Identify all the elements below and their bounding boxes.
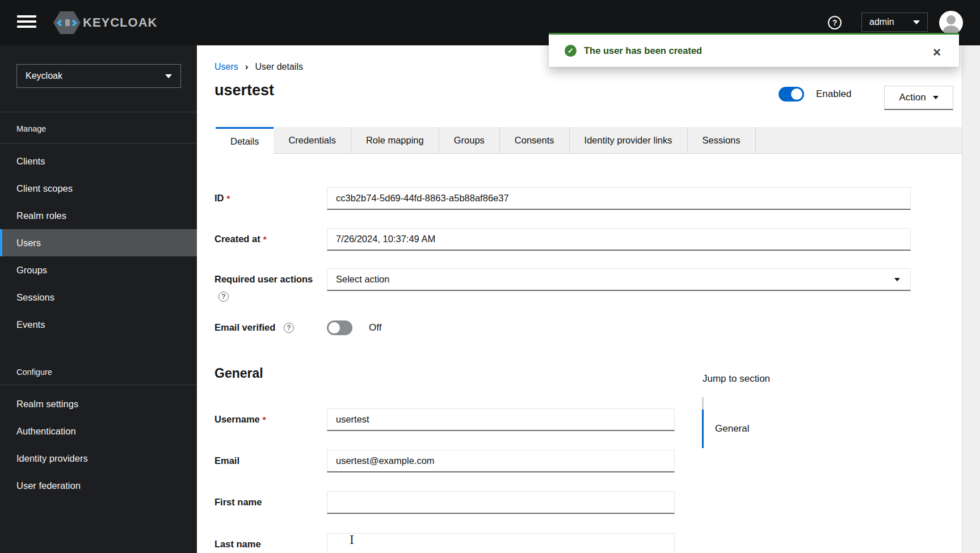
text-cursor-icon: I — [350, 533, 354, 547]
jump-nav-track — [702, 397, 704, 448]
jump-link-general[interactable]: General — [715, 423, 749, 434]
nav-manage-list: Clients Client scopes Realm roles Users … — [0, 147, 197, 338]
close-glyph: ✕ — [932, 46, 941, 59]
keycloak-logo[interactable]: KEYCLOAK — [53, 11, 157, 34]
realm-name: Keycloak — [26, 71, 62, 81]
tab-role-mapping[interactable]: Role mapping — [351, 127, 439, 154]
breadcrumb-users-link[interactable]: Users — [214, 62, 238, 72]
page-title: usertest — [214, 82, 274, 99]
required-user-actions-select[interactable]: Select action — [327, 268, 911, 291]
created-at-field[interactable] — [327, 228, 911, 251]
enabled-toggle[interactable] — [779, 87, 804, 102]
check-glyph: ✓ — [567, 47, 574, 55]
realm-selector[interactable]: Keycloak — [16, 64, 181, 88]
id-label: ID* — [214, 193, 230, 204]
divider — [0, 112, 197, 112]
required-user-actions-label: Required user actions — [214, 274, 313, 285]
sidebar: Keycloak Manage Clients Client scopes Re… — [0, 45, 197, 553]
jump-to-section-heading: Jump to section — [703, 373, 770, 385]
toggle-knob — [791, 88, 802, 100]
toggle-knob — [329, 322, 340, 334]
close-icon[interactable]: ✕ — [931, 46, 943, 58]
nav-configure-list: Realm settings Authentication Identity p… — [0, 390, 197, 499]
tab-sessions[interactable]: Sessions — [688, 127, 756, 154]
email-verified-toggle[interactable] — [327, 320, 352, 335]
chevron-down-icon — [165, 74, 172, 78]
email-verified-state: Off — [369, 322, 381, 334]
action-dropdown-button[interactable]: Action — [884, 86, 953, 110]
help-icon[interactable]: ? — [828, 16, 842, 29]
breadcrumb-current: User details — [255, 62, 302, 72]
action-label: Action — [899, 92, 926, 103]
chevron-down-icon — [894, 278, 900, 281]
username-label: Username* — [214, 414, 266, 425]
sidebar-item-users[interactable]: Users — [0, 229, 197, 256]
tab-groups[interactable]: Groups — [439, 127, 500, 154]
question-glyph: ? — [832, 18, 838, 27]
general-section-heading: General — [214, 366, 263, 381]
last-name-label: Last name — [214, 539, 261, 550]
sidebar-item-user-federation[interactable]: User federation — [0, 472, 197, 499]
tab-bar: Details Credentials Role mapping Groups … — [216, 127, 962, 154]
required-marker: * — [263, 415, 266, 424]
sidebar-item-events[interactable]: Events — [0, 311, 197, 338]
first-name-field[interactable] — [327, 491, 675, 514]
success-icon: ✓ — [565, 45, 577, 57]
sidebar-item-realm-settings[interactable]: Realm settings — [0, 390, 197, 417]
page-scroll-strip[interactable] — [962, 45, 980, 553]
sidebar-item-sessions[interactable]: Sessions — [0, 284, 197, 311]
tab-consents[interactable]: Consents — [500, 127, 570, 154]
last-name-field[interactable] — [327, 533, 675, 553]
sidebar-item-client-scopes[interactable]: Client scopes — [0, 175, 197, 202]
toast-message: The user has been created — [584, 45, 702, 56]
sidebar-item-clients[interactable]: Clients — [0, 147, 197, 175]
sidebar-item-identity-providers[interactable]: Identity providers — [0, 445, 197, 472]
email-field[interactable] — [327, 450, 675, 472]
tab-identity-provider-links[interactable]: Identity provider links — [570, 127, 688, 154]
divider — [0, 385, 197, 385]
avatar[interactable] — [939, 11, 963, 35]
chevron-down-icon — [933, 96, 939, 99]
toast-success: ✓ The user has been created ✕ — [549, 33, 959, 67]
question-circle-icon[interactable]: ? — [218, 292, 229, 302]
required-marker: * — [227, 193, 230, 203]
select-value: Select action — [336, 274, 389, 285]
sidebar-item-groups[interactable]: Groups — [0, 256, 197, 284]
username-label: admin — [869, 17, 894, 27]
user-menu[interactable]: admin — [861, 12, 928, 32]
id-field[interactable] — [327, 187, 911, 210]
question-circle-icon[interactable]: ? — [284, 323, 294, 333]
sidebar-item-authentication[interactable]: Authentication — [0, 417, 197, 445]
required-marker: * — [263, 234, 267, 244]
tab-details[interactable]: Details — [216, 127, 274, 154]
nav-section-configure: Configure — [16, 368, 158, 377]
brand-text: KEYCLOAK — [83, 15, 157, 30]
avatar-head-icon — [947, 15, 956, 24]
chevron-right-icon: › — [245, 61, 249, 73]
divider — [0, 143, 197, 143]
nav-section-manage: Manage — [16, 124, 158, 133]
breadcrumb: Users › User details — [214, 61, 303, 73]
email-verified-label: Email verified — [214, 322, 275, 333]
chevron-down-icon — [913, 20, 920, 24]
enabled-label: Enabled — [816, 88, 851, 100]
email-label: Email — [214, 455, 239, 466]
tab-bar-filler — [756, 127, 962, 154]
jump-nav-active-indicator — [702, 410, 704, 448]
tab-credentials[interactable]: Credentials — [274, 127, 351, 154]
menu-icon[interactable] — [17, 15, 37, 30]
first-name-label: First name — [214, 497, 262, 508]
sidebar-item-realm-roles[interactable]: Realm roles — [0, 202, 197, 229]
created-at-label: Created at* — [214, 234, 267, 244]
username-field[interactable] — [327, 408, 675, 431]
keycloak-logo-icon — [53, 11, 81, 34]
